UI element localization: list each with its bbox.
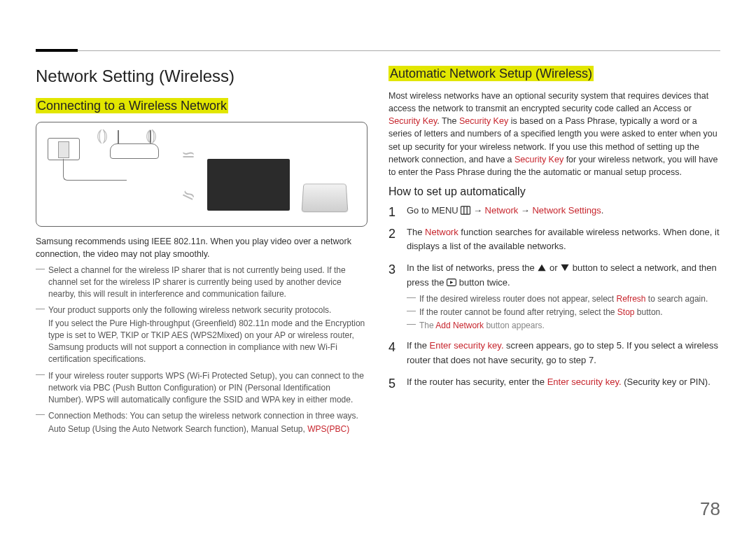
right-column: Automatic Network Setup (Wireless) Most … xyxy=(388,66,720,440)
section-heading-connecting: Connecting to a Wireless Network xyxy=(36,99,368,113)
header-divider xyxy=(36,50,720,51)
arrow-up-icon xyxy=(537,263,547,272)
network-diagram: ⦅⦆ ⦅⦆ ⋍ ⋍ xyxy=(36,122,368,227)
menu-icon xyxy=(461,206,470,215)
svg-marker-3 xyxy=(538,265,546,271)
laptop-icon xyxy=(302,183,349,212)
step-item: If the router has security, enter the En… xyxy=(388,375,720,390)
router-icon xyxy=(110,143,159,159)
cable-icon xyxy=(63,159,127,181)
wifi-waves-icon: ⦅⦆ xyxy=(146,127,157,143)
wall-outlet-icon xyxy=(48,138,80,160)
enter-icon xyxy=(447,278,456,287)
subnote-item: If the router cannot be found after retr… xyxy=(407,307,720,318)
header-accent xyxy=(36,49,78,52)
step-item: Go to MENU → Network → Network Settings. xyxy=(388,204,720,218)
left-column: Network Setting (Wireless) Connecting to… xyxy=(36,66,368,440)
step-item: In the list of networks, press the or bu… xyxy=(388,261,720,332)
svg-marker-6 xyxy=(450,281,453,284)
wifi-waves-icon: ⦅⦆ xyxy=(97,127,108,143)
arrow-down-icon xyxy=(560,263,570,272)
note-item: Connection Methods: You can setup the wi… xyxy=(36,410,368,435)
notes-list: Select a channel for the wireless IP sha… xyxy=(36,265,368,435)
page-number: 78 xyxy=(700,498,720,520)
wifi-waves-icon: ⋍ xyxy=(181,146,195,163)
note-item: Your product supports only the following… xyxy=(36,304,368,365)
intro-paragraph: Most wireless networks have an optional … xyxy=(388,90,720,178)
howto-heading: How to set up automatically xyxy=(388,185,720,198)
step-item: If the Enter security key. screen appear… xyxy=(388,339,720,368)
content: Network Setting (Wireless) Connecting to… xyxy=(36,66,720,440)
section-heading-auto-setup: Automatic Network Setup (Wireless) xyxy=(388,66,720,81)
intro-text: Samsung recommends using IEEE 802.11n. W… xyxy=(36,235,368,260)
step-subnotes: If the desired wireless router does not … xyxy=(407,293,720,332)
subnote-item: If the desired wireless router does not … xyxy=(407,293,720,305)
svg-rect-0 xyxy=(461,206,470,214)
svg-marker-4 xyxy=(561,265,569,271)
step-item: The Network function searches for availa… xyxy=(388,225,720,255)
note-item: If your wireless router supports WPS (Wi… xyxy=(36,370,368,406)
note-item: Select a channel for the wireless IP sha… xyxy=(36,265,368,300)
display-icon xyxy=(207,159,290,211)
wifi-waves-icon: ⋍ xyxy=(178,185,198,206)
subnote-item: The Add Network button appears. xyxy=(407,320,720,332)
steps-list: Go to MENU → Network → Network Settings.… xyxy=(388,204,720,389)
page-title: Network Setting (Wireless) xyxy=(36,66,368,86)
